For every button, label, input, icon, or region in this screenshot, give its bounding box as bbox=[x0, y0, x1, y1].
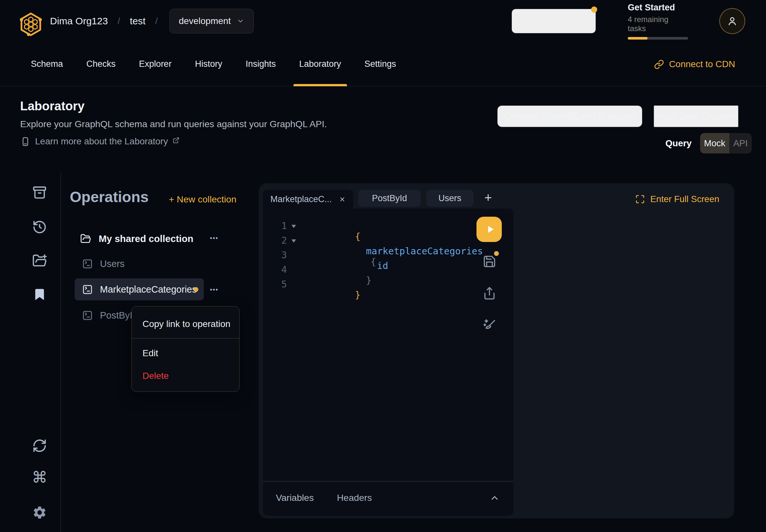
variant-dropdown[interactable]: development bbox=[169, 9, 254, 33]
breadcrumb: Dima Org123 / test / development bbox=[50, 0, 254, 42]
notification-dot bbox=[591, 6, 597, 13]
person-icon bbox=[726, 15, 738, 27]
operation-context-menu: Copy link to operation Edit Delete bbox=[131, 306, 239, 392]
breadcrumb-separator: / bbox=[117, 16, 120, 26]
learn-more-link[interactable]: Learn more about the Laboratory bbox=[20, 136, 179, 147]
operation-terminal-icon bbox=[82, 259, 93, 269]
query-mode-toggle: Mock API bbox=[700, 133, 752, 153]
command-shortcuts-icon[interactable]: ⌘ bbox=[31, 470, 48, 485]
close-tab-icon[interactable] bbox=[339, 196, 346, 203]
line-number: 3 bbox=[269, 250, 287, 260]
expand-icon bbox=[635, 194, 645, 204]
get-started-progress-fill bbox=[628, 37, 648, 40]
query-mode-label: Query bbox=[665, 138, 692, 149]
new-collection-button[interactable]: + New collection bbox=[169, 194, 236, 205]
query-mode-row: Query Mock API bbox=[665, 133, 752, 153]
operation-item-postbyid[interactable]: PostById bbox=[82, 308, 138, 323]
saved-operations-bookmark-icon[interactable] bbox=[32, 287, 47, 302]
laboratory-page: Dima Org123 / test / development Latest … bbox=[0, 0, 766, 532]
prettify-clean-icon[interactable] bbox=[483, 318, 496, 332]
save-operation-icon[interactable] bbox=[483, 255, 496, 268]
operations-title: Operations bbox=[70, 188, 149, 206]
latest-changes-button[interactable]: Latest changes bbox=[512, 9, 596, 33]
tab-checks[interactable]: Checks bbox=[86, 42, 115, 86]
latest-changes-label: Latest changes bbox=[523, 16, 585, 26]
tab-explorer[interactable]: Explorer bbox=[139, 42, 172, 86]
laboratory-workspace-panel: MarketplaceC... PostById Users + Enter F… bbox=[259, 183, 734, 518]
line-number: 2 bbox=[269, 235, 287, 246]
operation-terminal-icon bbox=[82, 284, 93, 295]
learn-more-label: Learn more about the Laboratory bbox=[35, 136, 168, 147]
add-tab-button[interactable]: + bbox=[480, 189, 497, 206]
unsaved-changes-dot bbox=[193, 287, 198, 292]
connect-graphql-endpoint-button[interactable]: Connect GraphQL API Endpoint bbox=[497, 105, 642, 127]
link-icon bbox=[654, 59, 664, 69]
run-query-button[interactable] bbox=[477, 217, 502, 242]
headers-tab[interactable]: Headers bbox=[337, 492, 372, 503]
get-started-widget[interactable]: Get Started 4 remaining tasks bbox=[628, 3, 688, 40]
book-icon bbox=[20, 137, 30, 147]
menu-item-edit[interactable]: Edit bbox=[142, 348, 158, 358]
variables-tab[interactable]: Variables bbox=[276, 492, 314, 503]
operation-item-users[interactable]: Users bbox=[82, 256, 125, 272]
topbar-right: Latest changes Get Started 4 remaining t… bbox=[512, 0, 745, 42]
variant-label: development bbox=[179, 16, 231, 26]
tab-settings[interactable]: Settings bbox=[364, 42, 396, 86]
editor-tab-postbyid[interactable]: PostById bbox=[358, 190, 421, 207]
breadcrumb-org[interactable]: Dima Org123 bbox=[50, 16, 108, 27]
line-number: 1 bbox=[269, 221, 287, 231]
schema-documentation-icon[interactable] bbox=[32, 185, 47, 200]
operation-menu-button[interactable] bbox=[209, 285, 219, 295]
collection-name: My shared collection bbox=[99, 233, 193, 244]
history-icon[interactable] bbox=[32, 220, 47, 235]
enter-fullscreen-button[interactable]: Enter Full Screen bbox=[635, 190, 719, 209]
operation-terminal-icon bbox=[82, 310, 93, 321]
tab-laboratory[interactable]: Laboratory bbox=[299, 42, 341, 86]
sidebar-divider bbox=[60, 173, 61, 532]
get-started-title: Get Started bbox=[628, 3, 688, 13]
fold-arrow-icon[interactable] bbox=[291, 225, 296, 228]
graphql-query-editor[interactable]: 1 { 2 marketplaceCategories { 3 id bbox=[263, 209, 514, 516]
operation-label: MarketplaceCategories bbox=[100, 284, 197, 295]
enter-fullscreen-label: Enter Full Screen bbox=[651, 194, 719, 204]
collapse-panel-chevron-icon[interactable] bbox=[490, 493, 500, 503]
refresh-icon[interactable] bbox=[32, 438, 47, 453]
user-avatar[interactable] bbox=[719, 8, 745, 34]
new-collection-folder-icon[interactable] bbox=[32, 253, 47, 268]
folder-open-icon bbox=[80, 233, 91, 244]
operation-item-marketplacecategories[interactable]: MarketplaceCategories bbox=[82, 282, 197, 297]
operation-label: Users bbox=[100, 259, 125, 269]
connect-to-cdn-link[interactable]: Connect to CDN bbox=[654, 42, 735, 86]
menu-item-delete[interactable]: Delete bbox=[142, 371, 169, 381]
toggle-option-mock[interactable]: Mock bbox=[700, 133, 729, 153]
chevron-down-icon bbox=[237, 17, 244, 25]
collection-menu-button[interactable] bbox=[209, 233, 219, 243]
get-started-subtitle: 4 remaining tasks bbox=[628, 15, 688, 33]
editor-bottom-divider bbox=[263, 481, 514, 482]
editor-tab-label: MarketplaceC... bbox=[270, 194, 332, 204]
collection-row[interactable]: My shared collection bbox=[80, 230, 193, 247]
page-title: Laboratory bbox=[20, 99, 84, 113]
editor-tab-users[interactable]: Users bbox=[426, 190, 474, 207]
apollo-graphos-logo[interactable] bbox=[19, 12, 43, 37]
settings-gear-icon[interactable] bbox=[32, 505, 47, 520]
graph-nav: Schema Checks Explorer History Insights … bbox=[0, 42, 766, 86]
menu-item-copy-link[interactable]: Copy link to operation bbox=[142, 319, 230, 329]
page-description: Explore your GraphQL schema and run quer… bbox=[20, 119, 327, 129]
editor-tab-marketplacecategories[interactable]: MarketplaceC... bbox=[263, 190, 353, 209]
share-operation-icon[interactable] bbox=[483, 286, 496, 300]
breadcrumb-separator: / bbox=[155, 16, 158, 26]
tab-schema[interactable]: Schema bbox=[31, 42, 63, 86]
connect-to-cdn-label: Connect to CDN bbox=[669, 59, 735, 69]
play-icon bbox=[484, 224, 496, 235]
tab-insights[interactable]: Insights bbox=[246, 42, 276, 86]
mock-data-endpoint-button[interactable]: Mock Data Endpoint bbox=[654, 105, 738, 127]
menu-divider bbox=[132, 338, 239, 339]
breadcrumb-graph[interactable]: test bbox=[130, 16, 145, 27]
unsaved-changes-dot bbox=[494, 251, 499, 256]
external-link-icon bbox=[173, 137, 179, 144]
tab-history[interactable]: History bbox=[195, 42, 222, 86]
toggle-option-api[interactable]: API bbox=[729, 133, 752, 153]
fold-arrow-icon[interactable] bbox=[291, 239, 296, 243]
line-number: 5 bbox=[269, 279, 287, 290]
